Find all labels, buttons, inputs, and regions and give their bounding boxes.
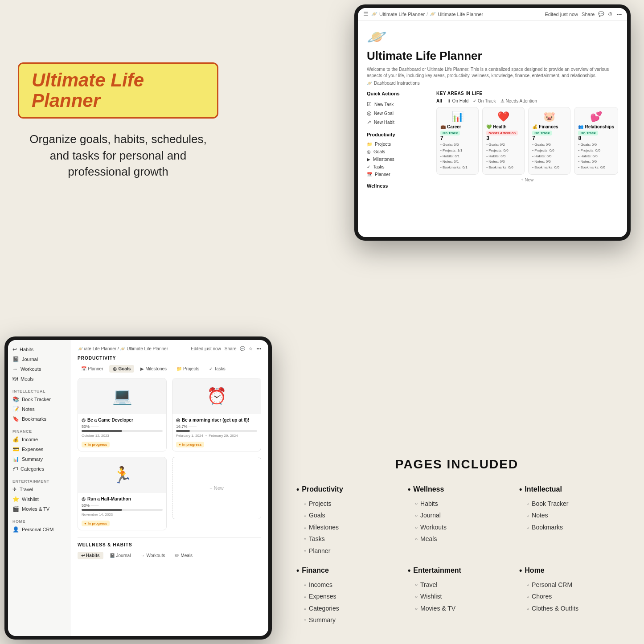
productivity-milestones[interactable]: ▶ Milestones: [367, 156, 429, 163]
page-tasks: Tasks: [304, 533, 394, 545]
wellness-tab-workouts[interactable]: ↔ Workouts: [137, 552, 168, 559]
area-card-relationships[interactable]: 💕 👥 Relationships On Track 8 • Goals: 0/…: [574, 107, 618, 175]
filter-all[interactable]: All: [436, 98, 442, 103]
sidebar-item-meals[interactable]: 🍽 Meals: [8, 374, 70, 384]
productivity-planner[interactable]: 📅 Planner: [367, 171, 429, 178]
sidebar-item-crm[interactable]: 👤 Personal CRM: [8, 525, 70, 534]
area-card-health[interactable]: ❤️ 💚 Health Needs Attention 3 • Goals: 0…: [482, 107, 525, 175]
main-content: 🪐 iate Life Planner / 🪐 Ultimate Life Pl…: [70, 340, 268, 636]
page-title: Ultimate Life Planner: [367, 49, 618, 63]
habit-icon: ↗: [367, 119, 371, 125]
sidebar-item-notes[interactable]: 📝 Notes: [8, 404, 70, 414]
pages-title: PAGES INCLUDED: [296, 457, 617, 472]
dashboard-link[interactable]: 🪐 Dashboard Instructions: [367, 81, 618, 86]
goal-2-image: ⏰: [172, 378, 261, 414]
bottom-more[interactable]: •••: [256, 346, 261, 351]
filter-ontrack[interactable]: ✓ On Track: [473, 98, 496, 103]
new-task-action[interactable]: ☑ New Task: [367, 100, 429, 109]
edited-status: Edited just now: [545, 12, 578, 17]
projects-tab-icon: 📁: [176, 366, 182, 371]
new-goal-action[interactable]: ◎ New Goal: [367, 109, 429, 118]
projects-tab-label: Projects: [183, 366, 199, 371]
new-area-button[interactable]: + New: [436, 177, 618, 182]
goal-3-progress: 50% ——: [82, 503, 163, 508]
sidebar-item-bookmarks[interactable]: 🔖 Bookmarks: [8, 414, 70, 424]
sidebar-item-booktracker[interactable]: 📚 Book Tracker: [8, 394, 70, 404]
home-cat-title: Home: [519, 566, 617, 575]
travel-icon: ✈: [12, 486, 17, 492]
sidebar-item-movies[interactable]: 🎬 Movies & TV: [8, 504, 70, 514]
career-name: 💼 Career: [440, 124, 475, 129]
productivity-header: PRODUCTIVITY: [78, 356, 261, 361]
sidebar-item-travel[interactable]: ✈ Travel: [8, 484, 70, 494]
area-cards-grid: 📊 💼 Career On Track 7 • Goals: 0/0• Proj…: [436, 107, 618, 175]
productivity-projects[interactable]: 📁 Projects: [367, 141, 429, 148]
goal-1-image: 💻: [78, 378, 166, 414]
goal-3-date: November 14, 2023: [82, 513, 163, 517]
area-card-finances[interactable]: 🐷 💰 Finances On Track 7 • Goals: 0/0• Pr…: [528, 107, 570, 175]
tab-tasks[interactable]: ✓ Tasks: [205, 365, 229, 373]
productivity-goals[interactable]: ◎ Goals: [367, 148, 429, 155]
sidebar-item-habits[interactable]: ↩ Habits: [8, 345, 70, 354]
sidebar-item-workouts[interactable]: ↔ Workouts: [8, 364, 70, 374]
wellness-tab-meals[interactable]: 🍽 Meals: [171, 552, 196, 559]
wishlist-icon: ⭐: [12, 496, 19, 502]
movies-icon: 🎬: [12, 506, 19, 512]
quick-actions-title: Quick Actions: [367, 91, 429, 96]
goals-label: Goals: [373, 149, 385, 154]
career-name-icon: 💼: [440, 124, 446, 129]
meals-tab-icon: 🍽: [175, 553, 179, 558]
hamburger-icon[interactable]: ☰: [363, 11, 369, 17]
filter-attention[interactable]: ⚠ Needs Attention: [500, 98, 537, 103]
tablet-top-screen: ☰ 🪐 Ultimate Life Planner / 🪐 Ultimate L…: [358, 8, 627, 237]
sidebar-item-categories[interactable]: 🏷 Categories: [8, 464, 70, 474]
finances-count: 7: [532, 135, 566, 141]
intellectual-cat-items: Book Tracker Notes Bookmarks: [519, 498, 617, 533]
history-icon[interactable]: ⏱: [608, 12, 613, 17]
goal-card-2[interactable]: ⏰ ◎ Be a morning riser (get up at 6)! 16…: [172, 378, 261, 451]
filter-onhold[interactable]: ⏸ On Hold: [447, 98, 468, 103]
tab-planner[interactable]: 📅 Planner: [78, 365, 107, 373]
bottom-star[interactable]: ☆: [249, 346, 253, 351]
wellness-tab-journal[interactable]: 📓 Journal: [106, 552, 135, 559]
bottom-share[interactable]: Share: [225, 346, 237, 351]
page-meals: Meals: [415, 533, 506, 545]
habits-icon: ↩: [12, 346, 17, 353]
tab-projects[interactable]: 📁 Projects: [173, 365, 203, 373]
bottom-comment[interactable]: 💬: [240, 346, 245, 351]
workouts-tab-icon: ↔: [140, 553, 145, 558]
career-icon: 📊: [440, 111, 475, 123]
sidebar-item-expenses[interactable]: 💳 Expenses: [8, 444, 70, 454]
health-name-icon: 💚: [486, 124, 492, 129]
sidebar-item-income[interactable]: 💰 Income: [8, 435, 70, 444]
wellness-tab-habits[interactable]: ↩ Habits: [78, 552, 103, 559]
bottom-topbar: 🪐 iate Life Planner / 🪐 Ultimate Life Pl…: [78, 346, 261, 351]
goal-1-progress-bar-fill: [82, 430, 122, 432]
page-description: Welcome to the Dashboard or Ultimate Lif…: [367, 66, 618, 79]
comment-icon[interactable]: 💬: [598, 11, 604, 17]
sidebar: ↩ Habits 📓 Journal ↔ Workouts 🍽 Meals In…: [8, 340, 70, 636]
dot-icon: ●: [84, 443, 86, 447]
finance-cat-title: Finance: [296, 566, 394, 575]
bottom-edited-status: Edited just now: [191, 346, 221, 351]
page-bookmarks: Bookmarks: [526, 521, 617, 533]
sidebar-item-summary[interactable]: 📊 Summary: [8, 454, 70, 464]
breadcrumb2: Ultimate Life Planner: [438, 12, 483, 17]
tab-goals[interactable]: ◎ Goals: [109, 365, 134, 373]
productivity-section: Productivity 📁 Projects ◎ Goals: [367, 132, 429, 178]
breadcrumb-sep: /: [427, 12, 428, 17]
new-goal-card[interactable]: + New: [172, 457, 261, 519]
more-icon[interactable]: •••: [616, 12, 622, 17]
goal-card-1[interactable]: 💻 ◎ Be a Game Developer 50% —— October 1…: [78, 378, 167, 451]
area-card-career[interactable]: 📊 💼 Career On Track 7 • Goals: 0/0• Proj…: [436, 107, 479, 175]
sidebar-item-wishlist[interactable]: ⭐ Wishlist: [8, 494, 70, 504]
page-milestones: Milestones: [304, 521, 394, 533]
productivity-tasks[interactable]: ✓ Tasks: [367, 164, 429, 170]
new-habit-action[interactable]: ↗ New Habit: [367, 118, 429, 127]
sidebar-item-journal[interactable]: 📓 Journal: [8, 354, 70, 364]
share-button[interactable]: Share: [582, 12, 595, 17]
tab-milestones[interactable]: ▶ Milestones: [137, 365, 170, 373]
bookmarks-icon: 🔖: [12, 416, 19, 422]
wishlist-label: Wishlist: [22, 496, 39, 502]
goal-card-3[interactable]: 🏃 ◎ Run a Half-Marathon 50% —— November …: [78, 457, 167, 530]
